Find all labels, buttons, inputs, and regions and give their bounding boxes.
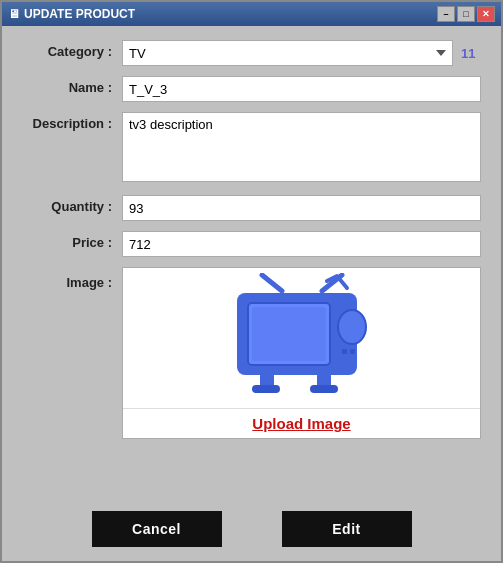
svg-point-5 bbox=[338, 310, 366, 344]
maximize-button[interactable]: □ bbox=[457, 6, 475, 22]
image-area: Upload Image bbox=[122, 267, 481, 439]
category-id: 11 bbox=[461, 46, 481, 61]
image-display bbox=[123, 268, 480, 408]
description-row: Description : tv3 description bbox=[22, 112, 481, 185]
edit-button[interactable]: Edit bbox=[282, 511, 412, 547]
tv-icon bbox=[222, 273, 382, 403]
name-label: Name : bbox=[22, 76, 122, 95]
window-title: UPDATE PRODUCT bbox=[24, 7, 135, 21]
category-label: Category : bbox=[22, 40, 122, 59]
minimize-button[interactable]: – bbox=[437, 6, 455, 22]
footer: Cancel Edit bbox=[2, 501, 501, 561]
name-input[interactable] bbox=[122, 76, 481, 102]
price-control bbox=[122, 231, 481, 257]
svg-rect-10 bbox=[252, 385, 280, 393]
title-controls: – □ ✕ bbox=[437, 6, 495, 22]
update-product-window: 🖥 UPDATE PRODUCT – □ ✕ Category : TV Pho… bbox=[0, 0, 503, 563]
cancel-button[interactable]: Cancel bbox=[92, 511, 222, 547]
svg-rect-11 bbox=[310, 385, 338, 393]
category-control: TV Phone Laptop Tablet 11 bbox=[122, 40, 481, 66]
quantity-input[interactable] bbox=[122, 195, 481, 221]
name-control bbox=[122, 76, 481, 102]
image-row: Image : bbox=[22, 267, 481, 439]
close-button[interactable]: ✕ bbox=[477, 6, 495, 22]
title-bar-left: 🖥 UPDATE PRODUCT bbox=[8, 7, 135, 21]
svg-rect-6 bbox=[342, 349, 347, 354]
description-textarea[interactable]: tv3 description bbox=[122, 112, 481, 182]
quantity-row: Quantity : bbox=[22, 195, 481, 221]
svg-line-0 bbox=[262, 275, 282, 291]
upload-image-link[interactable]: Upload Image bbox=[123, 408, 480, 438]
category-row: Category : TV Phone Laptop Tablet 11 bbox=[22, 40, 481, 66]
name-row: Name : bbox=[22, 76, 481, 102]
description-control: tv3 description bbox=[122, 112, 481, 185]
window-icon: 🖥 bbox=[8, 7, 20, 21]
price-row: Price : bbox=[22, 231, 481, 257]
svg-rect-4 bbox=[252, 307, 326, 361]
title-bar: 🖥 UPDATE PRODUCT – □ ✕ bbox=[2, 2, 501, 26]
image-control: Upload Image bbox=[122, 267, 481, 439]
price-input[interactable] bbox=[122, 231, 481, 257]
image-label: Image : bbox=[22, 267, 122, 290]
description-label: Description : bbox=[22, 112, 122, 131]
svg-rect-7 bbox=[350, 349, 355, 354]
price-label: Price : bbox=[22, 231, 122, 250]
category-select[interactable]: TV Phone Laptop Tablet bbox=[122, 40, 453, 66]
quantity-control bbox=[122, 195, 481, 221]
form-body: Category : TV Phone Laptop Tablet 11 Nam… bbox=[2, 26, 501, 501]
quantity-label: Quantity : bbox=[22, 195, 122, 214]
